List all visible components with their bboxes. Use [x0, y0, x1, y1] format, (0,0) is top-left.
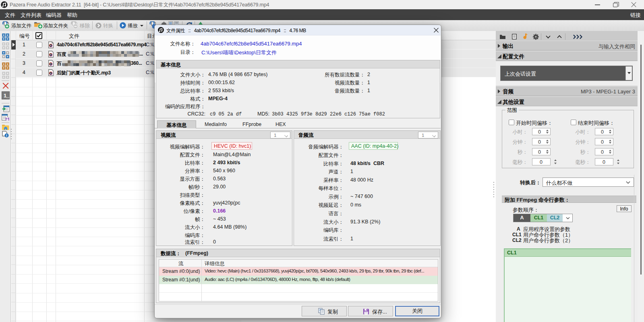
svg-text:1: 1 — [4, 93, 6, 99]
